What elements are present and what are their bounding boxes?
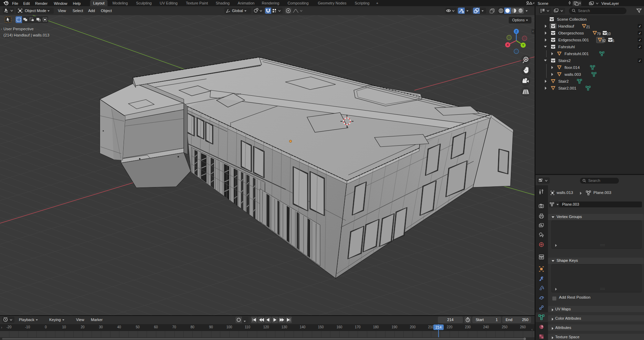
svg-text:Z: Z <box>515 30 517 33</box>
svg-text:X: X <box>507 43 509 47</box>
svg-text:Y: Y <box>522 43 524 47</box>
